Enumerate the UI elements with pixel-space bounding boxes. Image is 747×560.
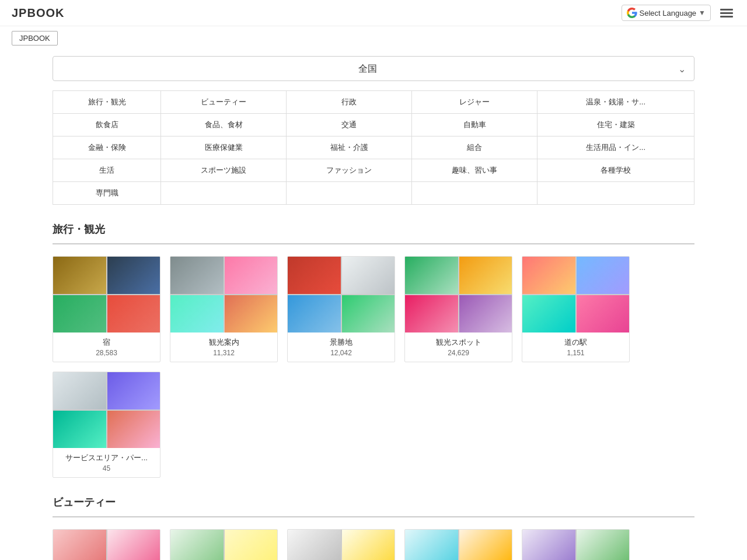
card-kanko-spot-info: 観光スポット 24,629: [405, 332, 512, 362]
category-welfare[interactable]: 福祉・介護: [287, 136, 412, 159]
category-food[interactable]: 食品、食材: [161, 114, 287, 136]
card-img-cell: [53, 372, 106, 410]
card-beauty-2-image: [170, 530, 277, 560]
category-transport[interactable]: 交通: [287, 114, 412, 136]
card-service-area-count: 45: [58, 464, 155, 473]
card-michi-no-eki-image: [522, 257, 629, 332]
category-school[interactable]: 各種学校: [537, 159, 694, 182]
card-beauty-5[interactable]: 化粧品 3,210: [522, 529, 630, 560]
card-img-cell: [107, 530, 160, 560]
category-finance[interactable]: 金融・保険: [53, 136, 161, 159]
card-michi-no-eki[interactable]: 道の駅 1,151: [522, 256, 630, 362]
card-service-area[interactable]: サービスエリア・パー... 45: [53, 372, 160, 478]
language-selector[interactable]: Select Language ▼: [622, 5, 711, 21]
card-kanko-spot[interactable]: 観光スポット 24,629: [404, 256, 512, 362]
card-beauty-3[interactable]: ネイル 8,721: [287, 529, 395, 560]
card-beauty-3-image: [288, 530, 395, 560]
category-admin[interactable]: 行政: [287, 91, 412, 114]
card-kanko-spot-image: [405, 257, 512, 332]
card-img-cell: [107, 411, 160, 448]
card-yado[interactable]: 宿 28,583: [53, 256, 160, 362]
beauty-card-grid: 美容院 89,432 エステ 12,543: [53, 529, 694, 560]
category-hobby[interactable]: 趣味、習い事: [412, 159, 537, 182]
card-kanko-annai[interactable]: 観光案内 11,312: [170, 256, 278, 362]
card-img-cell: [522, 257, 575, 294]
section-beauty-title: ビューティー: [53, 495, 694, 509]
card-img-cell: [577, 257, 630, 294]
category-row-5: 専門職: [53, 182, 694, 205]
section-travel: 旅行・観光 宿 28,583: [53, 222, 694, 478]
card-img-cell: [577, 530, 630, 560]
card-img-cell: [170, 295, 224, 332]
card-img-cell: [577, 295, 630, 332]
card-img-cell: [53, 411, 106, 448]
card-keishochi-info: 景勝地 12,042: [288, 332, 395, 362]
card-img-cell: [459, 295, 512, 332]
card-kanko-annai-count: 11,312: [175, 349, 273, 357]
header-right: Select Language ▼: [622, 5, 735, 21]
card-michi-no-eki-name: 道の駅: [527, 337, 624, 348]
category-row-4: 生活 スポーツ施設 ファッション 趣味、習い事 各種学校: [53, 159, 694, 182]
site-logo[interactable]: JPBOOK: [12, 6, 64, 20]
list-view-icon[interactable]: [718, 6, 735, 20]
category-empty-1: [161, 182, 287, 205]
header: JPBOOK Select Language ▼: [0, 0, 747, 26]
category-beauty[interactable]: ビューティー: [161, 91, 287, 114]
card-img-cell: [107, 295, 160, 332]
category-empty-3: [412, 182, 537, 205]
category-life[interactable]: 生活: [53, 159, 161, 182]
card-img-cell: [522, 295, 575, 332]
list-bar-2: [720, 12, 733, 14]
category-medical[interactable]: 医療保健業: [161, 136, 287, 159]
category-restaurant[interactable]: 飲食店: [53, 114, 161, 136]
category-car[interactable]: 自動車: [412, 114, 537, 136]
card-yado-count: 28,583: [58, 349, 155, 357]
section-beauty-divider: [53, 516, 694, 517]
region-selector-wrap: 全国 北海道 東北 関東 中部 近畿 中国 四国 九州 ⌄: [53, 56, 694, 81]
category-housing[interactable]: 住宅・建築: [537, 114, 694, 136]
category-empty-2: [287, 182, 412, 205]
card-beauty-2[interactable]: エステ 12,543: [170, 529, 278, 560]
main-content: 全国 北海道 東北 関東 中部 近畿 中国 四国 九州 ⌄ 旅行・観光 ビューテ…: [41, 56, 706, 560]
card-keishochi[interactable]: 景勝地 12,042: [287, 256, 395, 362]
category-leisure[interactable]: レジャー: [412, 91, 537, 114]
card-img-cell: [288, 530, 341, 560]
card-img-cell: [522, 530, 575, 560]
list-bar-3: [720, 16, 733, 18]
category-row-1: 旅行・観光 ビューティー 行政 レジャー 温泉・銭湯・サ...: [53, 91, 694, 114]
card-beauty-4-image: [405, 530, 512, 560]
card-img-cell: [342, 295, 395, 332]
card-michi-no-eki-count: 1,151: [527, 349, 624, 357]
card-kanko-annai-name: 観光案内: [175, 337, 273, 348]
card-keishochi-name: 景勝地: [292, 337, 390, 348]
section-travel-title: 旅行・観光: [53, 222, 694, 236]
card-keishochi-image: [288, 257, 395, 332]
card-beauty-1[interactable]: 美容院 89,432: [53, 529, 160, 560]
region-select[interactable]: 全国 北海道 東北 関東 中部 近畿 中国 四国 九州: [53, 57, 694, 80]
card-img-cell: [53, 530, 106, 560]
card-img-cell: [459, 257, 512, 294]
card-img-cell: [288, 295, 341, 332]
card-kanko-spot-name: 観光スポット: [410, 337, 507, 348]
breadcrumb: JPBOOK: [0, 26, 747, 50]
category-travel[interactable]: 旅行・観光: [53, 91, 161, 114]
breadcrumb-jpbook[interactable]: JPBOOK: [12, 31, 58, 46]
section-travel-divider: [53, 243, 694, 244]
card-kanko-annai-image: [170, 257, 277, 332]
category-specialist[interactable]: 専門職: [53, 182, 161, 205]
category-goods[interactable]: 生活用品・イン...: [537, 136, 694, 159]
card-img-cell: [405, 295, 458, 332]
category-onsen[interactable]: 温泉・銭湯・サ...: [537, 91, 694, 114]
card-keishochi-count: 12,042: [292, 349, 390, 357]
category-sports[interactable]: スポーツ施設: [161, 159, 287, 182]
card-beauty-4[interactable]: マッサージ 21,345: [404, 529, 512, 560]
card-img-cell: [405, 257, 458, 294]
category-fashion[interactable]: ファッション: [287, 159, 412, 182]
card-img-cell: [405, 530, 458, 560]
card-service-area-name: サービスエリア・パー...: [58, 453, 155, 463]
card-img-cell: [53, 257, 106, 294]
card-michi-no-eki-info: 道の駅 1,151: [522, 332, 629, 362]
list-bar-1: [720, 9, 733, 10]
travel-card-grid: 宿 28,583 観光案内 11,312: [53, 256, 694, 362]
category-union[interactable]: 組合: [412, 136, 537, 159]
